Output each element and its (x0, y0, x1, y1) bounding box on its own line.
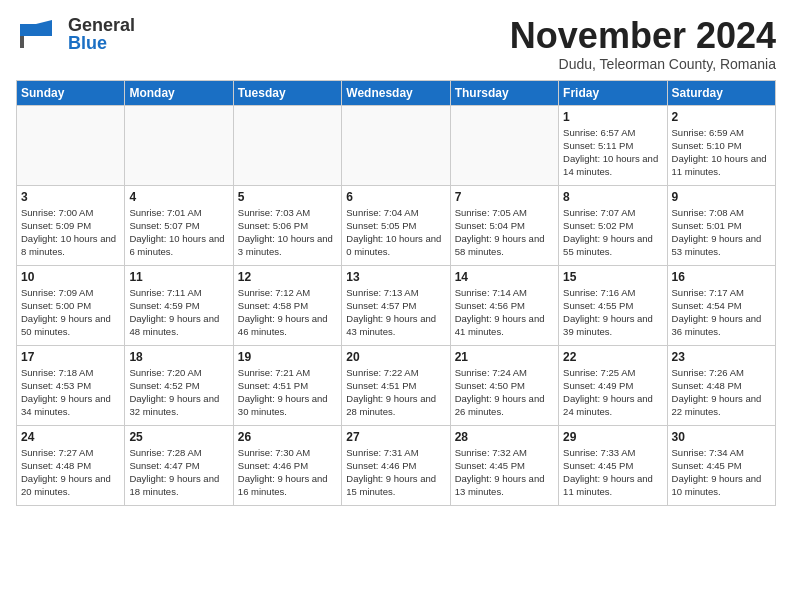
calendar-cell: 3Sunrise: 7:00 AMSunset: 5:09 PMDaylight… (17, 185, 125, 265)
logo-text: General Blue (68, 16, 135, 52)
calendar-cell: 17Sunrise: 7:18 AMSunset: 4:53 PMDayligh… (17, 345, 125, 425)
calendar-cell: 10Sunrise: 7:09 AMSunset: 5:00 PMDayligh… (17, 265, 125, 345)
day-number: 7 (455, 190, 554, 204)
day-info: Sunrise: 7:34 AMSunset: 4:45 PMDaylight:… (672, 446, 771, 499)
day-number: 26 (238, 430, 337, 444)
calendar-cell: 23Sunrise: 7:26 AMSunset: 4:48 PMDayligh… (667, 345, 775, 425)
calendar-cell: 11Sunrise: 7:11 AMSunset: 4:59 PMDayligh… (125, 265, 233, 345)
day-info: Sunrise: 7:04 AMSunset: 5:05 PMDaylight:… (346, 206, 445, 259)
day-info: Sunrise: 7:16 AMSunset: 4:55 PMDaylight:… (563, 286, 662, 339)
calendar-cell: 24Sunrise: 7:27 AMSunset: 4:48 PMDayligh… (17, 425, 125, 505)
day-info: Sunrise: 7:20 AMSunset: 4:52 PMDaylight:… (129, 366, 228, 419)
weekday-header-sunday: Sunday (17, 80, 125, 105)
day-info: Sunrise: 6:59 AMSunset: 5:10 PMDaylight:… (672, 126, 771, 179)
title-block: November 2024 Dudu, Teleorman County, Ro… (510, 16, 776, 72)
calendar-cell: 21Sunrise: 7:24 AMSunset: 4:50 PMDayligh… (450, 345, 558, 425)
weekday-header-tuesday: Tuesday (233, 80, 341, 105)
weekday-header-row: SundayMondayTuesdayWednesdayThursdayFrid… (17, 80, 776, 105)
calendar-cell (233, 105, 341, 185)
day-info: Sunrise: 6:57 AMSunset: 5:11 PMDaylight:… (563, 126, 662, 179)
day-info: Sunrise: 7:14 AMSunset: 4:56 PMDaylight:… (455, 286, 554, 339)
day-info: Sunrise: 7:30 AMSunset: 4:46 PMDaylight:… (238, 446, 337, 499)
calendar-cell: 4Sunrise: 7:01 AMSunset: 5:07 PMDaylight… (125, 185, 233, 265)
day-number: 21 (455, 350, 554, 364)
calendar-cell: 20Sunrise: 7:22 AMSunset: 4:51 PMDayligh… (342, 345, 450, 425)
calendar-cell: 1Sunrise: 6:57 AMSunset: 5:11 PMDaylight… (559, 105, 667, 185)
weekday-header-monday: Monday (125, 80, 233, 105)
calendar-cell: 14Sunrise: 7:14 AMSunset: 4:56 PMDayligh… (450, 265, 558, 345)
day-info: Sunrise: 7:17 AMSunset: 4:54 PMDaylight:… (672, 286, 771, 339)
logo-blue: Blue (68, 34, 135, 52)
day-info: Sunrise: 7:08 AMSunset: 5:01 PMDaylight:… (672, 206, 771, 259)
weekday-header-saturday: Saturday (667, 80, 775, 105)
day-info: Sunrise: 7:00 AMSunset: 5:09 PMDaylight:… (21, 206, 120, 259)
day-info: Sunrise: 7:32 AMSunset: 4:45 PMDaylight:… (455, 446, 554, 499)
week-row-1: 1Sunrise: 6:57 AMSunset: 5:11 PMDaylight… (17, 105, 776, 185)
day-number: 27 (346, 430, 445, 444)
calendar-cell: 22Sunrise: 7:25 AMSunset: 4:49 PMDayligh… (559, 345, 667, 425)
week-row-3: 10Sunrise: 7:09 AMSunset: 5:00 PMDayligh… (17, 265, 776, 345)
day-info: Sunrise: 7:31 AMSunset: 4:46 PMDaylight:… (346, 446, 445, 499)
day-number: 13 (346, 270, 445, 284)
week-row-2: 3Sunrise: 7:00 AMSunset: 5:09 PMDaylight… (17, 185, 776, 265)
week-row-4: 17Sunrise: 7:18 AMSunset: 4:53 PMDayligh… (17, 345, 776, 425)
calendar-cell (450, 105, 558, 185)
day-number: 28 (455, 430, 554, 444)
calendar-cell: 6Sunrise: 7:04 AMSunset: 5:05 PMDaylight… (342, 185, 450, 265)
calendar-cell: 2Sunrise: 6:59 AMSunset: 5:10 PMDaylight… (667, 105, 775, 185)
calendar-cell: 29Sunrise: 7:33 AMSunset: 4:45 PMDayligh… (559, 425, 667, 505)
day-info: Sunrise: 7:05 AMSunset: 5:04 PMDaylight:… (455, 206, 554, 259)
day-number: 20 (346, 350, 445, 364)
day-number: 18 (129, 350, 228, 364)
calendar-cell: 8Sunrise: 7:07 AMSunset: 5:02 PMDaylight… (559, 185, 667, 265)
calendar-cell: 5Sunrise: 7:03 AMSunset: 5:06 PMDaylight… (233, 185, 341, 265)
day-info: Sunrise: 7:07 AMSunset: 5:02 PMDaylight:… (563, 206, 662, 259)
day-info: Sunrise: 7:26 AMSunset: 4:48 PMDaylight:… (672, 366, 771, 419)
calendar-cell (342, 105, 450, 185)
day-info: Sunrise: 7:12 AMSunset: 4:58 PMDaylight:… (238, 286, 337, 339)
day-number: 14 (455, 270, 554, 284)
day-number: 11 (129, 270, 228, 284)
day-number: 9 (672, 190, 771, 204)
day-number: 6 (346, 190, 445, 204)
logo: General Blue (16, 16, 135, 52)
day-number: 5 (238, 190, 337, 204)
calendar-cell: 9Sunrise: 7:08 AMSunset: 5:01 PMDaylight… (667, 185, 775, 265)
day-info: Sunrise: 7:24 AMSunset: 4:50 PMDaylight:… (455, 366, 554, 419)
logo-icon (16, 16, 64, 52)
day-info: Sunrise: 7:28 AMSunset: 4:47 PMDaylight:… (129, 446, 228, 499)
logo-general: General (68, 16, 135, 34)
calendar-cell: 28Sunrise: 7:32 AMSunset: 4:45 PMDayligh… (450, 425, 558, 505)
calendar-cell: 12Sunrise: 7:12 AMSunset: 4:58 PMDayligh… (233, 265, 341, 345)
day-number: 17 (21, 350, 120, 364)
calendar-cell: 25Sunrise: 7:28 AMSunset: 4:47 PMDayligh… (125, 425, 233, 505)
day-number: 16 (672, 270, 771, 284)
calendar-cell (125, 105, 233, 185)
day-number: 19 (238, 350, 337, 364)
calendar-cell (17, 105, 125, 185)
calendar-cell: 19Sunrise: 7:21 AMSunset: 4:51 PMDayligh… (233, 345, 341, 425)
day-number: 24 (21, 430, 120, 444)
day-number: 30 (672, 430, 771, 444)
day-info: Sunrise: 7:27 AMSunset: 4:48 PMDaylight:… (21, 446, 120, 499)
day-number: 8 (563, 190, 662, 204)
day-info: Sunrise: 7:03 AMSunset: 5:06 PMDaylight:… (238, 206, 337, 259)
svg-rect-2 (20, 36, 24, 48)
calendar-cell: 7Sunrise: 7:05 AMSunset: 5:04 PMDaylight… (450, 185, 558, 265)
page-header: General Blue November 2024 Dudu, Teleorm… (16, 16, 776, 72)
day-number: 25 (129, 430, 228, 444)
week-row-5: 24Sunrise: 7:27 AMSunset: 4:48 PMDayligh… (17, 425, 776, 505)
day-info: Sunrise: 7:01 AMSunset: 5:07 PMDaylight:… (129, 206, 228, 259)
day-number: 12 (238, 270, 337, 284)
calendar-cell: 15Sunrise: 7:16 AMSunset: 4:55 PMDayligh… (559, 265, 667, 345)
calendar-cell: 16Sunrise: 7:17 AMSunset: 4:54 PMDayligh… (667, 265, 775, 345)
calendar-cell: 13Sunrise: 7:13 AMSunset: 4:57 PMDayligh… (342, 265, 450, 345)
day-number: 2 (672, 110, 771, 124)
day-number: 23 (672, 350, 771, 364)
day-number: 4 (129, 190, 228, 204)
calendar-table: SundayMondayTuesdayWednesdayThursdayFrid… (16, 80, 776, 506)
day-info: Sunrise: 7:09 AMSunset: 5:00 PMDaylight:… (21, 286, 120, 339)
location: Dudu, Teleorman County, Romania (510, 56, 776, 72)
day-number: 1 (563, 110, 662, 124)
day-number: 3 (21, 190, 120, 204)
